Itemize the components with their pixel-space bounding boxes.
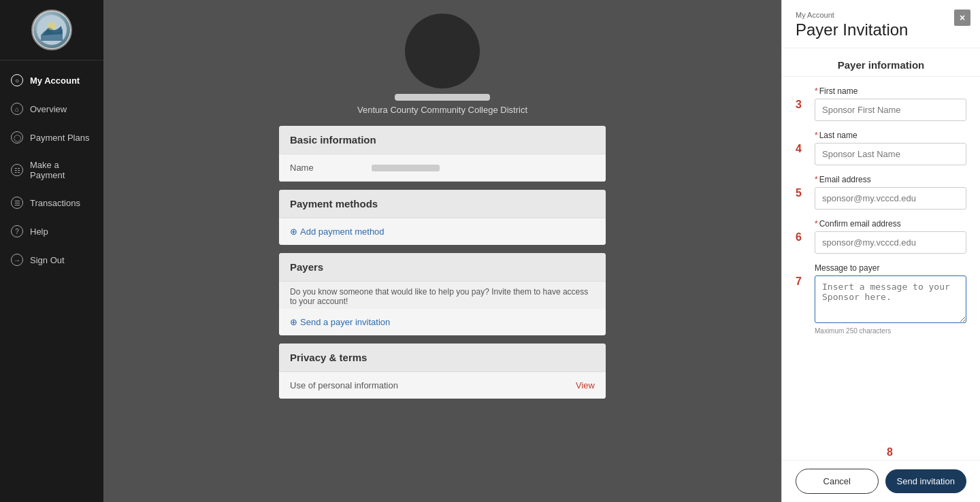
confirm-email-group: 6 *Confirm email address bbox=[815, 219, 966, 254]
email-label: *Email address bbox=[815, 175, 966, 184]
panel-header: × My Account Payer Invitation bbox=[782, 0, 980, 48]
step-7-number: 7 bbox=[796, 275, 802, 288]
payers-header: Payers bbox=[279, 253, 606, 282]
sidebar-item-sign-out[interactable]: → Sign Out bbox=[0, 246, 103, 274]
college-name: Ventura County Community College Distric… bbox=[357, 105, 527, 115]
step-8-number: 8 bbox=[887, 446, 893, 458]
confirm-email-input[interactable] bbox=[815, 231, 966, 254]
panel-body: 3 *First name 4 *Last name 5 *Email addr… bbox=[782, 77, 980, 460]
email-group: 5 *Email address bbox=[815, 175, 966, 210]
payment-methods-card: Payment methods ⊕ Add payment method bbox=[279, 190, 606, 245]
privacy-header: Privacy & terms bbox=[279, 344, 606, 372]
sidebar-item-make-a-payment[interactable]: ☷ Make a Payment bbox=[0, 152, 103, 188]
logo-svg bbox=[37, 15, 67, 45]
payment-plans-icon: ◯ bbox=[11, 131, 23, 144]
email-input[interactable] bbox=[815, 187, 966, 210]
help-icon: ? bbox=[11, 225, 23, 237]
sidebar-item-my-account[interactable]: ○ My Account bbox=[0, 66, 103, 95]
view-link[interactable]: View bbox=[576, 380, 595, 390]
profile-name-blurred bbox=[395, 94, 490, 101]
send-payer-row: ⊕ Send a payer invitation bbox=[279, 309, 606, 335]
send-payer-invitation-link[interactable]: ⊕ Send a payer invitation bbox=[290, 317, 390, 327]
send-invitation-button[interactable]: Send invitation bbox=[885, 469, 967, 493]
add-payment-label: Add payment method bbox=[300, 227, 385, 237]
char-limit: Maximum 250 characters bbox=[815, 327, 966, 335]
confirm-email-label: *Confirm email address bbox=[815, 219, 966, 229]
first-name-label: *First name bbox=[815, 86, 966, 96]
last-name-group: 4 *Last name bbox=[815, 131, 966, 165]
sign-out-icon: → bbox=[11, 254, 23, 266]
privacy-label: Use of personal information bbox=[290, 380, 398, 390]
sidebar-item-help-label: Help bbox=[30, 227, 48, 237]
payers-body: Do you know someone that would like to h… bbox=[279, 282, 606, 335]
step-5-number: 5 bbox=[796, 187, 802, 199]
logo-inner bbox=[33, 12, 70, 48]
last-name-input[interactable] bbox=[815, 143, 966, 165]
name-label: Name bbox=[290, 163, 372, 173]
sidebar-item-overview-label: Overview bbox=[30, 104, 67, 114]
sidebar-item-make-a-payment-label: Make a Payment bbox=[30, 160, 93, 180]
sidebar-item-my-account-label: My Account bbox=[30, 76, 80, 86]
send-payer-label: Send a payer invitation bbox=[300, 317, 390, 327]
message-textarea[interactable] bbox=[815, 275, 966, 323]
payers-description: Do you know someone that would like to h… bbox=[279, 282, 606, 309]
sidebar-logo bbox=[0, 0, 103, 61]
add-payment-row: ⊕ Add payment method bbox=[279, 218, 606, 245]
payment-icon: ☷ bbox=[11, 164, 23, 176]
step-4-number: 4 bbox=[796, 143, 802, 155]
form-wrapper: 3 *First name 4 *Last name 5 *Email addr… bbox=[796, 86, 966, 335]
payment-methods-body: ⊕ Add payment method bbox=[279, 218, 606, 245]
sidebar-item-help[interactable]: ? Help bbox=[0, 217, 103, 246]
transactions-icon: ☰ bbox=[11, 197, 23, 209]
logo-circle bbox=[31, 10, 72, 50]
payer-info-section-title: Payer information bbox=[782, 48, 980, 77]
avatar bbox=[405, 14, 480, 88]
main-overlay: Ventura County Community College Distric… bbox=[103, 0, 781, 502]
footer-wrapper: 8 Cancel Send invitation bbox=[782, 460, 980, 502]
basic-info-body: Name bbox=[279, 154, 606, 182]
required-star-3: * bbox=[815, 175, 818, 184]
add-payment-link[interactable]: ⊕ Add payment method bbox=[290, 227, 385, 237]
basic-info-card: Basic information Name bbox=[279, 126, 606, 182]
message-group: 7 Message to payer Maximum 250 character… bbox=[815, 263, 966, 335]
sidebar-item-transactions-label: Transactions bbox=[30, 198, 80, 208]
panel-subtitle: My Account bbox=[796, 11, 966, 19]
first-name-group: 3 *First name bbox=[815, 86, 966, 121]
sidebar-item-payment-plans-label: Payment Plans bbox=[30, 133, 89, 143]
name-value bbox=[372, 165, 440, 171]
sidebar-item-payment-plans[interactable]: ◯ Payment Plans bbox=[0, 123, 103, 152]
payers-card: Payers Do you know someone that would li… bbox=[279, 253, 606, 335]
panel-title: Payer Invitation bbox=[796, 20, 966, 39]
privacy-row: Use of personal information View bbox=[279, 372, 606, 399]
person-icon: ○ bbox=[11, 74, 23, 86]
message-label: Message to payer bbox=[815, 263, 966, 273]
payment-methods-header: Payment methods bbox=[279, 190, 606, 218]
step-3-number: 3 bbox=[796, 99, 802, 111]
sidebar-nav: ○ My Account ⌂ Overview ◯ Payment Plans … bbox=[0, 61, 103, 274]
sidebar: ○ My Account ⌂ Overview ◯ Payment Plans … bbox=[0, 0, 103, 502]
required-star-4: * bbox=[815, 219, 818, 229]
basic-info-header: Basic information bbox=[279, 126, 606, 154]
svg-point-1 bbox=[48, 22, 56, 30]
step-6-number: 6 bbox=[796, 231, 802, 244]
home-icon: ⌂ bbox=[11, 103, 23, 115]
plus-circle-icon: ⊕ bbox=[290, 317, 297, 327]
required-star-1: * bbox=[815, 86, 818, 96]
sidebar-item-overview[interactable]: ⌂ Overview bbox=[0, 95, 103, 123]
sidebar-item-transactions[interactable]: ☰ Transactions bbox=[0, 188, 103, 217]
main-content: Ventura County Community College Distric… bbox=[103, 0, 781, 502]
privacy-body: Use of personal information View bbox=[279, 372, 606, 399]
close-button[interactable]: × bbox=[954, 10, 970, 26]
right-panel: × My Account Payer Invitation Payer info… bbox=[781, 0, 980, 502]
plus-icon: ⊕ bbox=[290, 227, 297, 237]
last-name-label: *Last name bbox=[815, 131, 966, 140]
required-star-2: * bbox=[815, 131, 818, 140]
panel-footer: Cancel Send invitation bbox=[782, 460, 980, 502]
cancel-button[interactable]: Cancel bbox=[796, 469, 879, 494]
sidebar-item-sign-out-label: Sign Out bbox=[30, 255, 65, 265]
name-row: Name bbox=[279, 154, 606, 182]
first-name-input[interactable] bbox=[815, 99, 966, 121]
privacy-card: Privacy & terms Use of personal informat… bbox=[279, 344, 606, 399]
